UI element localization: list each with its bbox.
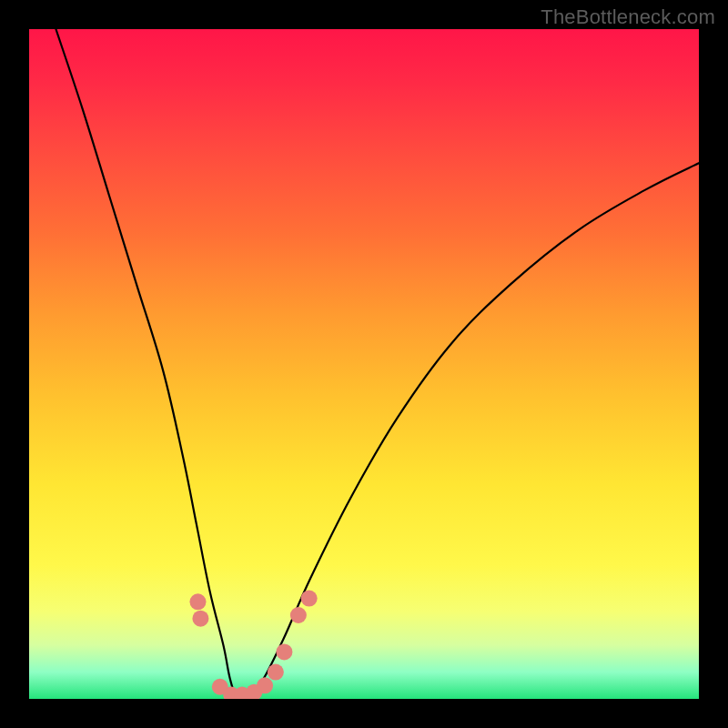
curve-layer — [29, 29, 699, 699]
watermark-text: TheBottleneck.com — [541, 5, 715, 29]
highlight-dot — [257, 677, 273, 693]
highlight-dot — [290, 607, 307, 623]
highlight-dot — [189, 593, 206, 610]
highlight-dot — [276, 643, 292, 660]
highlight-dot — [301, 591, 318, 607]
plot-area — [29, 29, 699, 699]
chart-frame: TheBottleneck.com — [0, 0, 728, 728]
bottleneck-curve — [56, 29, 699, 698]
highlight-dot — [192, 611, 208, 627]
highlight-dot — [268, 664, 284, 681]
